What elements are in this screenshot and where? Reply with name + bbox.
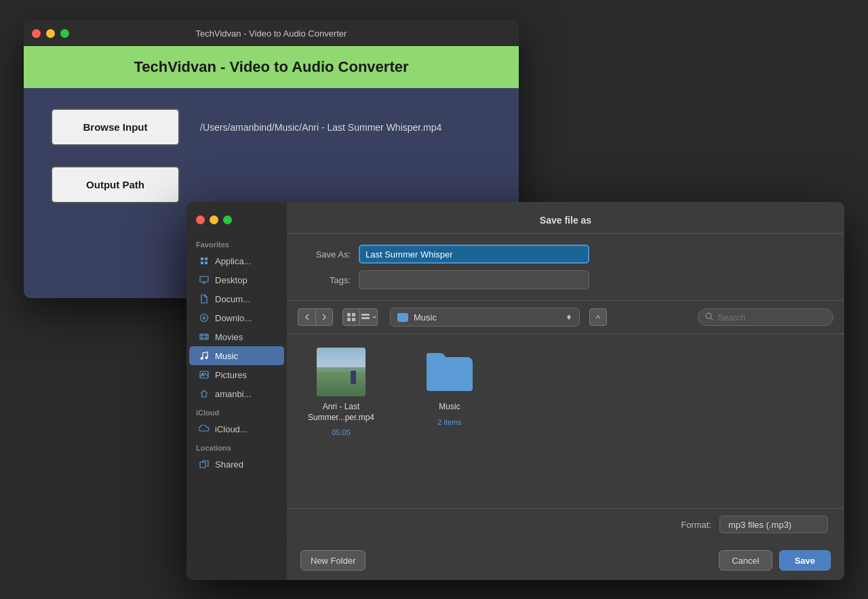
dialog-right-actions: Cancel Save (719, 550, 831, 571)
location-label: Music (414, 312, 560, 323)
location-folder-icon (397, 313, 408, 322)
app-window-title: TechVidvan - Video to Audio Converter (196, 28, 347, 39)
save-dialog: Favorites Applica... Desktop (186, 202, 844, 580)
minimize-button[interactable] (46, 29, 55, 38)
dialog-actions: New Folder Cancel Save (287, 540, 844, 580)
svg-rect-0 (200, 276, 208, 282)
sidebar-item-downloads[interactable]: Downlo... (189, 308, 284, 327)
music-folder-meta: 2 items (437, 418, 461, 426)
desktop-icon (199, 274, 210, 285)
nav-buttons (298, 308, 333, 326)
dialog-close-button[interactable] (196, 215, 205, 224)
save-as-row: Save As: (303, 245, 828, 264)
video-file-meta: 05:05 (332, 428, 351, 436)
save-button[interactable]: Save (779, 550, 831, 571)
pictures-icon (199, 369, 210, 380)
dialog-titlebar: Save file as (287, 202, 844, 234)
tags-row: Tags: (303, 270, 828, 289)
list-view-button[interactable] (360, 308, 378, 326)
dialog-sidebar: Favorites Applica... Desktop (186, 202, 287, 580)
sidebar-item-shared-label: Shared (215, 459, 243, 470)
svg-rect-10 (347, 318, 351, 321)
dialog-title: Save file as (540, 215, 591, 226)
sidebar-item-pictures-label: Pictures (215, 370, 247, 380)
dialog-fields: Save As: Tags: (287, 234, 844, 301)
dialog-toolbar: Music (287, 301, 844, 334)
forward-button[interactable] (315, 308, 333, 326)
output-path-button[interactable]: Output Path (51, 166, 180, 203)
dialog-minimize-button[interactable] (210, 215, 218, 224)
icloud-section-label: iCloud (186, 403, 287, 419)
back-button[interactable] (298, 308, 315, 326)
folder-thumbnail (425, 348, 474, 396)
file-item-music-folder[interactable]: Music 2 items (416, 348, 484, 426)
video-file-name: Anri - Last Summer...per.mp4 (307, 402, 375, 423)
format-label: Format: (681, 520, 711, 530)
location-dropdown[interactable]: Music (390, 308, 580, 327)
sidebar-item-shared[interactable]: Shared (189, 455, 284, 474)
tags-input[interactable] (359, 270, 589, 289)
svg-point-14 (706, 313, 711, 318)
browse-input-row: Browse Input /Users/amanbind/Music/Anri … (51, 108, 492, 146)
sidebar-item-home[interactable]: amanbi... (189, 384, 284, 403)
sidebar-item-music[interactable]: Music (189, 346, 284, 365)
applications-icon (199, 255, 210, 266)
svg-rect-11 (352, 318, 355, 321)
svg-rect-9 (352, 313, 355, 316)
sidebar-item-documents[interactable]: Docum... (189, 289, 284, 308)
svg-rect-12 (361, 314, 370, 316)
downloads-icon (199, 312, 210, 323)
format-value: mp3 files (.mp3) (728, 520, 791, 530)
home-icon (199, 388, 210, 399)
maximize-button[interactable] (60, 29, 69, 38)
save-as-input[interactable] (359, 245, 589, 264)
svg-rect-2 (200, 334, 208, 339)
sidebar-item-applications-label: Applica... (215, 256, 251, 266)
sidebar-item-movies-label: Movies (215, 332, 243, 342)
svg-rect-8 (347, 313, 351, 316)
file-item-video[interactable]: Anri - Last Summer...per.mp4 05:05 (307, 348, 375, 436)
app-header-title: TechVidvan - Video to Audio Converter (134, 58, 408, 75)
format-bar: Format: mp3 files (.mp3) (287, 508, 844, 540)
music-folder-name: Music (439, 402, 460, 413)
cancel-button[interactable]: Cancel (719, 550, 772, 571)
shared-icon (199, 459, 210, 470)
favorites-section-label: Favorites (186, 235, 287, 251)
dialog-maximize-button[interactable] (223, 215, 232, 224)
browse-input-button[interactable]: Browse Input (51, 108, 180, 146)
sidebar-item-downloads-label: Downlo... (215, 313, 252, 323)
sidebar-item-applications[interactable]: Applica... (189, 251, 284, 270)
video-thumbnail (317, 348, 366, 396)
dropdown-chevron-icon (566, 312, 572, 322)
sidebar-item-pictures[interactable]: Pictures (189, 365, 284, 384)
sidebar-item-home-label: amanbi... (215, 389, 251, 399)
tags-label: Tags: (303, 275, 351, 285)
music-icon (199, 350, 210, 361)
sidebar-item-documents-label: Docum... (215, 294, 250, 304)
sidebar-item-movies[interactable]: Movies (189, 327, 284, 346)
output-path-row: Output Path (51, 166, 492, 203)
search-input[interactable] (717, 312, 831, 323)
close-button[interactable] (32, 29, 41, 38)
app-header: TechVidvan - Video to Audio Converter (24, 46, 519, 88)
sidebar-item-icloud[interactable]: iCloud... (189, 419, 284, 438)
dialog-traffic-lights (186, 215, 287, 235)
sidebar-item-desktop-label: Desktop (215, 275, 248, 285)
svg-rect-7 (200, 462, 205, 468)
icon-view-button[interactable] (342, 308, 360, 326)
movies-icon (199, 331, 210, 342)
search-box (698, 308, 833, 326)
sidebar-item-desktop[interactable]: Desktop (189, 270, 284, 289)
new-folder-button[interactable]: New Folder (300, 550, 366, 571)
svg-rect-13 (361, 317, 370, 319)
sidebar-item-icloud-label: iCloud... (215, 424, 248, 434)
locations-section-label: Locations (186, 438, 287, 455)
input-path-display: /Users/amanbind/Music/Anri - Last Summer… (200, 122, 441, 133)
search-icon (705, 312, 713, 323)
app-traffic-lights (32, 29, 69, 38)
format-dropdown[interactable]: mp3 files (.mp3) (719, 516, 828, 533)
view-buttons (342, 308, 378, 326)
collapse-button[interactable] (589, 308, 607, 326)
svg-point-4 (205, 356, 208, 359)
svg-point-3 (201, 357, 203, 360)
